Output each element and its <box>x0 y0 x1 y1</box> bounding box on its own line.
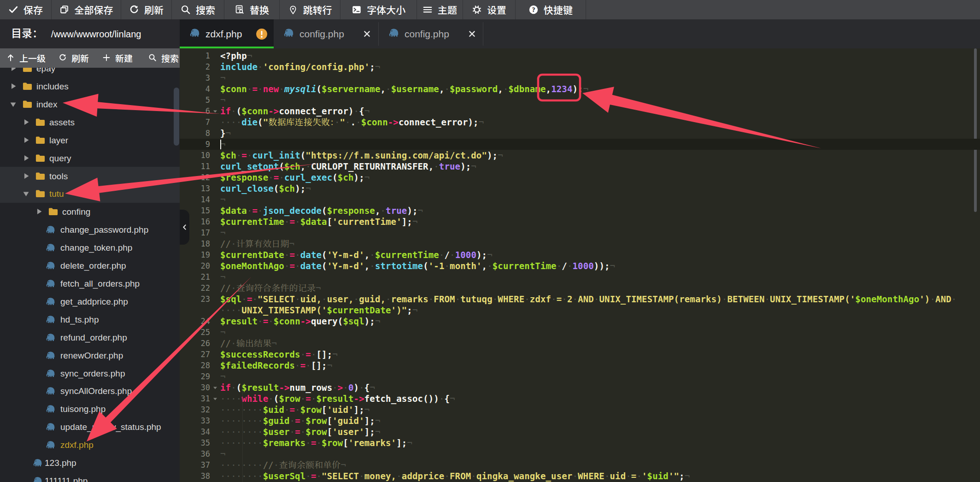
code-token: ); <box>407 206 417 216</box>
code-row-7[interactable]: 7····die("数据库连接失败：·"·.·$conn->connect_er… <box>180 117 980 128</box>
code-row-28[interactable]: 28$failedRecords·=·[];¬ <box>180 360 980 371</box>
code-row-31[interactable]: 31····while·($row·=·$result->fetch_assoc… <box>180 393 980 404</box>
code-row-34[interactable]: 34········$user·=·$row['user'];¬ <box>180 426 980 437</box>
code-token-string: 'currentTime' <box>332 217 402 227</box>
circle <box>48 353 49 354</box>
code-token-variable: $uid <box>263 405 284 415</box>
code-row-24[interactable]: 24$result·=·$conn->query($sql);¬ <box>180 316 980 327</box>
code-editor[interactable]: 1<?php¬2include·'confing/config.php';¬3¬… <box>180 48 980 482</box>
tree-item-change_token.php[interactable]: change_token.php <box>0 239 180 257</box>
code-row-3[interactable]: 3¬ <box>180 72 980 83</box>
code-row-25[interactable]: 25¬ <box>180 327 980 338</box>
directory-path: 目录： /www/wwwroot/linlang <box>0 19 180 48</box>
code-row-16[interactable]: 16$currentTime·=·$data['currentTime'];¬ <box>180 216 980 227</box>
tree-item-hd_ts.php[interactable]: hd_ts.php <box>0 310 180 328</box>
shortcuts-button[interactable]: ?快捷键 <box>516 0 586 19</box>
tree-item-tuisong.php[interactable]: tuisong.php <box>0 400 180 418</box>
code-row-15[interactable]: 15$data·=·json_decode($response,·true);¬ <box>180 205 980 216</box>
tree-item-layer[interactable]: layer <box>0 131 180 149</box>
tree-item-confing[interactable]: confing <box>0 203 180 221</box>
code-row-38[interactable]: 38········$userSql·=·"SELECT·money,·addp… <box>180 470 980 482</box>
search-button[interactable]: 搜索 <box>172 0 224 19</box>
code-token-whitespace: · <box>284 217 290 227</box>
code-row-20[interactable]: 20$oneMonthAgo·=·date('Y-m-d',·strtotime… <box>180 260 980 271</box>
code-row-35[interactable]: 35········$remarks·=·$row['remarks'];¬ <box>180 437 980 448</box>
sidebar-refresh-button[interactable]: 刷新 <box>59 48 89 68</box>
copy-icon <box>59 5 70 15</box>
line-number: 3 <box>180 72 210 83</box>
tree-item-zdxf.php[interactable]: zdxf.php <box>0 436 180 454</box>
tree-item-syncAllOrders.php[interactable]: syncAllOrders.php <box>0 382 180 400</box>
tree-item-fetch_all_orders.php[interactable]: fetch_all_orders.php <box>0 275 180 293</box>
code-token: ( <box>338 316 343 326</box>
tree-item-assets[interactable]: assets <box>0 113 180 131</box>
sidebar-up-button[interactable]: 上一级 <box>6 48 46 68</box>
code-token-whitespace: · <box>231 338 236 348</box>
save-all-label: 全部保存 <box>75 3 113 17</box>
sidebar-collapse-button[interactable] <box>180 210 189 245</box>
code-row-10[interactable]: 10$ch·=·curl_init("https://f.m.suning.co… <box>180 150 980 161</box>
tree-item-tools[interactable]: tools <box>0 167 180 185</box>
code-token-string: 'remarks' <box>348 438 396 448</box>
save-button[interactable]: 保存 <box>0 0 52 19</box>
refresh-button[interactable]: 刷新 <box>121 0 172 19</box>
tree-item-query[interactable]: query <box>0 149 180 167</box>
code-row-27[interactable]: 27$successRecords·=·[];¬ <box>180 349 980 360</box>
sidebar-search-button[interactable]: 搜索 <box>148 48 179 68</box>
code-row-1[interactable]: 1<?php¬ <box>180 50 980 61</box>
code-row-30[interactable]: 30if·($result->num_rows·>·0)·{¬ <box>180 382 980 393</box>
code-row-13[interactable]: 13curl_close($ch);¬ <box>180 183 980 194</box>
tree-item-index[interactable]: index <box>0 95 180 113</box>
code-row-22[interactable]: 22//·查询符合条件的记录¬ <box>180 282 980 294</box>
tab-zdxf-php-0[interactable]: zdxf.php <box>180 19 274 48</box>
goto-line-button[interactable]: 跳转行 <box>280 0 340 19</box>
code-row-32[interactable]: 32········$uid·=·$row['uid'];¬ <box>180 404 980 415</box>
code-row-33[interactable]: 33········$guid·=·$row['guid'];¬ <box>180 415 980 426</box>
code-row-23[interactable]: 23$sql·=·"SELECT·uid,·user,·guid,·remark… <box>180 294 980 305</box>
tab-close-button[interactable] <box>363 29 371 38</box>
tree-item-111111.php[interactable]: 111111.php <box>0 472 180 482</box>
replace-button[interactable]: 替换 <box>224 0 280 19</box>
tab-close-button[interactable] <box>468 29 476 38</box>
circle <box>292 8 294 10</box>
code-row-8[interactable]: 8}¬ <box>180 128 980 139</box>
tree-item-change_password.php[interactable]: change_password.php <box>0 221 180 239</box>
tree-item-label: includes <box>36 82 69 91</box>
tree-item-sync_orders.php[interactable]: sync_orders.php <box>0 364 180 382</box>
code-token-string: "SELECT <box>322 471 359 481</box>
code-row-17[interactable]: 17¬ <box>180 227 980 238</box>
code-row-37[interactable]: 37········//·查询余额和单价¬ <box>180 459 980 470</box>
code-row-18[interactable]: 18//·计算有效日期¬ <box>180 238 980 249</box>
code-row-5[interactable]: 5¬ <box>180 94 980 106</box>
code-row-9[interactable]: 9¬ <box>180 139 980 150</box>
sidebar-new-button[interactable]: 新建 <box>102 48 133 68</box>
tab-config-php-1[interactable]: config.php <box>274 19 379 48</box>
code-row-29[interactable]: 29¬ <box>180 371 980 382</box>
code-row-4[interactable]: 4$conn·=·new·mysqli($servername,·$userna… <box>180 83 980 94</box>
code-row-11[interactable]: 11curl_setopt($ch,·CURLOPT_RETURNTRANSFE… <box>180 161 980 172</box>
tree-item-refund_order.php[interactable]: refund_order.php <box>0 328 180 346</box>
settings-button[interactable]: 设置 <box>463 0 516 19</box>
sidebar-scrollbar[interactable] <box>174 88 179 146</box>
tree-item-123.php[interactable]: 123.php <box>0 454 180 472</box>
code-row-26[interactable]: 26//·输出结果¬ <box>180 338 980 349</box>
code-row-21[interactable]: 21¬ <box>180 271 980 282</box>
tree-item-renewOrder.php[interactable]: renewOrder.php <box>0 346 180 364</box>
tab-config-php-2[interactable]: config.php <box>379 19 483 48</box>
tree-item-get_addprice.php[interactable]: get_addprice.php <box>0 292 180 310</box>
font-size-button[interactable]: 字体大小 <box>340 0 417 19</box>
save-all-button[interactable]: 全部保存 <box>52 0 121 19</box>
tree-item-delete_order.php[interactable]: delete_order.php <box>0 257 180 275</box>
tree-item-tutu[interactable]: tutu <box>0 185 180 203</box>
theme-button[interactable]: 主题 <box>417 0 463 19</box>
code-row-14[interactable]: 14¬ <box>180 194 980 205</box>
tree-item-includes[interactable]: includes <box>0 77 180 95</box>
tree-item-update_renew_status.php[interactable]: update_renew_status.php <box>0 418 180 436</box>
code-row-wrap-23[interactable]: ····UNIX_TIMESTAMP('$currentDate')";¬ <box>180 305 980 316</box>
code-row-36[interactable]: 36¬ <box>180 448 980 459</box>
code-row-12[interactable]: 12$response·=·curl_exec($ch);¬ <box>180 172 980 183</box>
code-token-whitespace: · <box>305 438 311 448</box>
code-row-2[interactable]: 2include·'confing/config.php';¬ <box>180 61 980 72</box>
code-row-6[interactable]: 6if·($conn->connect_error)·{¬ <box>180 106 980 117</box>
code-row-19[interactable]: 19$currentDate·=·date('Y-m-d',·$currentT… <box>180 249 980 260</box>
